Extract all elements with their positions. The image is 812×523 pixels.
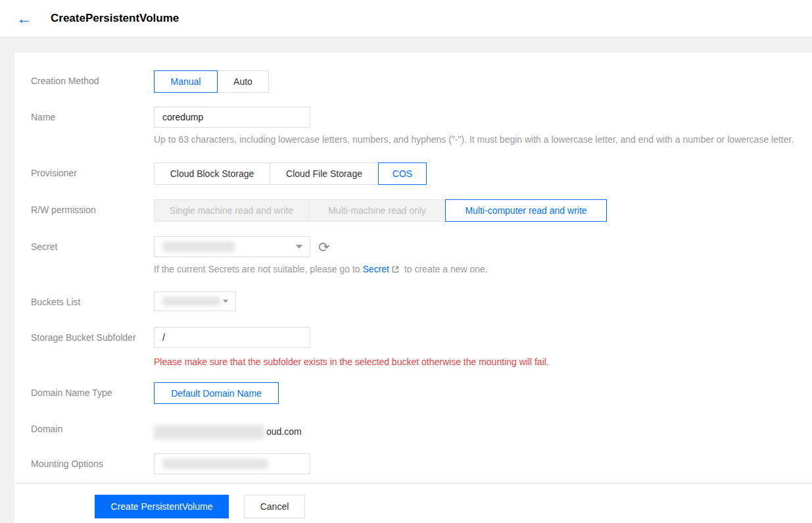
creation-method-group: Manual Auto bbox=[154, 70, 269, 93]
secret-select[interactable] bbox=[154, 236, 310, 257]
secret-help-prefix: If the current Secrets are not suitable,… bbox=[154, 264, 360, 274]
provisioner-label: Provisioner bbox=[31, 162, 154, 185]
subfolder-warning-text: Please make sure that the subfolder exis… bbox=[154, 357, 549, 367]
mounting-options-redacted-value bbox=[162, 459, 268, 469]
form-footer: Create PersistentVolume Cancel bbox=[14, 484, 812, 523]
mounting-options-input[interactable] bbox=[154, 453, 310, 474]
creation-method-label: Creation Method bbox=[31, 70, 154, 93]
secret-label: Secret bbox=[31, 236, 154, 276]
provisioner-group: Cloud Block Storage Cloud File Storage C… bbox=[154, 162, 427, 185]
subfolder-label: Storage Bucket Subfolder bbox=[31, 327, 154, 367]
refresh-icon[interactable]: ⟳ bbox=[318, 240, 330, 254]
provisioner-cos-button[interactable]: COS bbox=[378, 162, 427, 185]
row-mounting-options: Mounting Options bbox=[31, 453, 812, 474]
page-header: ← CreatePersistentVolume bbox=[0, 0, 812, 37]
rw-multi-read-write-button[interactable]: Multi-computer read and write bbox=[445, 199, 607, 222]
page-title: CreatePersistentVolume bbox=[51, 12, 179, 25]
rw-permission-group: Single machine read and write Multi-mach… bbox=[154, 199, 607, 222]
mounting-options-label: Mounting Options bbox=[31, 453, 154, 474]
secret-control: ⟳ If the current Secrets are not suitabl… bbox=[154, 236, 488, 276]
buckets-list-label: Buckets List bbox=[31, 291, 154, 311]
row-subfolder: Storage Bucket Subfolder Please make sur… bbox=[31, 327, 812, 367]
creation-method-manual-button[interactable]: Manual bbox=[154, 70, 218, 93]
chevron-down-icon bbox=[223, 300, 228, 303]
secret-redacted-value bbox=[162, 241, 235, 252]
domain-label: Domain bbox=[31, 421, 154, 439]
form-card: Creation Method Manual Auto Name Up to 6… bbox=[14, 53, 812, 482]
chevron-down-icon bbox=[296, 245, 302, 249]
buckets-list-select[interactable] bbox=[154, 291, 236, 311]
row-name: Name Up to 63 characters, including lowe… bbox=[31, 107, 812, 145]
default-domain-name-button[interactable]: Default Domain Name bbox=[154, 382, 279, 404]
back-arrow-icon[interactable]: ← bbox=[16, 11, 36, 26]
domain-redacted-value bbox=[154, 425, 264, 439]
domain-name-type-label: Domain Name Type bbox=[31, 382, 154, 404]
provisioner-cfs-button[interactable]: Cloud File Storage bbox=[270, 162, 379, 185]
secret-link[interactable]: Secret bbox=[363, 264, 389, 274]
row-creation-method: Creation Method Manual Auto bbox=[31, 70, 812, 93]
external-link-icon[interactable] bbox=[391, 265, 400, 276]
name-control: Up to 63 characters, including lowercase… bbox=[154, 107, 794, 145]
name-help-text: Up to 63 characters, including lowercase… bbox=[154, 134, 794, 145]
domain-value: oud.com bbox=[154, 421, 302, 439]
rw-permission-label: R/W permission bbox=[31, 199, 154, 222]
row-domain-name-type: Domain Name Type Default Domain Name bbox=[31, 382, 812, 404]
name-label: Name bbox=[31, 107, 154, 145]
name-input[interactable] bbox=[154, 107, 310, 128]
buckets-list-redacted-value bbox=[162, 297, 220, 306]
row-provisioner: Provisioner Cloud Block Storage Cloud Fi… bbox=[31, 162, 812, 185]
row-buckets-list: Buckets List bbox=[31, 291, 812, 311]
creation-method-auto-button[interactable]: Auto bbox=[217, 70, 269, 93]
row-secret: Secret ⟳ If the current Secrets are not … bbox=[31, 236, 812, 276]
row-rw-permission: R/W permission Single machine read and w… bbox=[31, 199, 812, 222]
secret-help-suffix: to create a new one. bbox=[404, 264, 488, 274]
subfolder-control: Please make sure that the subfolder exis… bbox=[154, 327, 549, 367]
create-persistentvolume-button[interactable]: Create PersistentVolume bbox=[95, 495, 229, 518]
cancel-button[interactable]: Cancel bbox=[244, 495, 305, 518]
row-domain: Domain oud.com bbox=[31, 421, 812, 439]
rw-multi-read-only-button: Multi-machine read only bbox=[308, 199, 446, 222]
secret-help-text: If the current Secrets are not suitable,… bbox=[154, 264, 488, 276]
provisioner-cbs-button[interactable]: Cloud Block Storage bbox=[154, 162, 270, 185]
subfolder-input[interactable] bbox=[154, 327, 310, 348]
rw-single-read-write-button: Single machine read and write bbox=[154, 199, 309, 222]
domain-visible-suffix: oud.com bbox=[266, 426, 302, 437]
